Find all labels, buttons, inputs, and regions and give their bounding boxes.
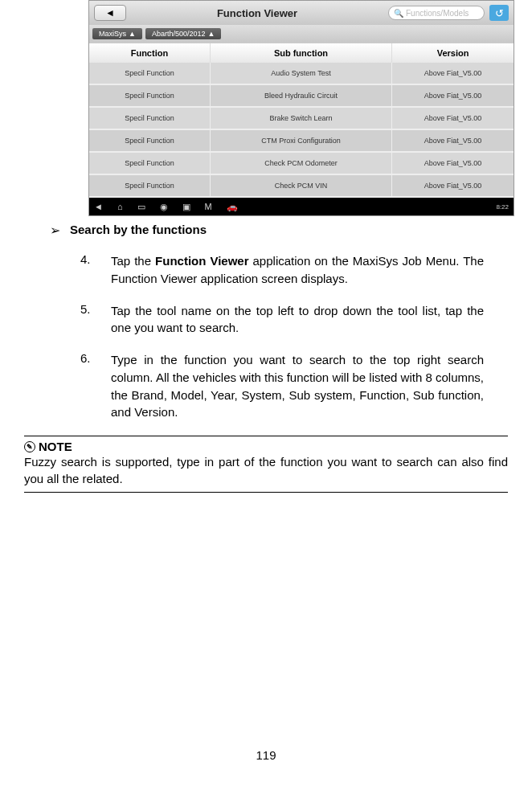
note-text: Fuzzy search is supported, type in part … [24,453,508,487]
cell-subfunction: Check PCM VIN [211,175,392,196]
cell-version: Above Fiat_V5.00 [392,108,514,129]
search-input[interactable]: 🔍 Functions/Models [388,6,485,20]
tab-vehicle[interactable]: Abarth/500/2012 ▲ [145,28,221,39]
nav-back-icon[interactable]: ◄ [94,202,103,211]
tab-tool[interactable]: MaxiSys ▲ [92,28,142,39]
history-icon: ↺ [495,7,504,19]
recent-icon[interactable]: ▭ [137,202,145,212]
page-number: 119 [0,748,532,762]
cell-subfunction: Check PCM Odometer [211,153,392,174]
tab-label: Abarth/500/2012 [152,30,206,38]
list-item: 6. Type in the function you want to sear… [80,351,484,421]
chevron-up-icon: ▲ [129,30,136,38]
step-number: 5. [80,302,96,338]
search-icon: 🔍 [394,9,403,18]
cell-subfunction: Brake Switch Learn [211,108,392,129]
step-text: Type in the function you want to search … [111,351,484,421]
col-function: Function [89,43,211,63]
col-subfunction: Sub function [211,43,392,63]
step-text: Tap the tool name on the top left to dro… [111,302,484,338]
col-version: Version [392,43,514,63]
cell-function: Specil Function [89,108,211,129]
section-heading: ➢ Search by the functions [50,223,508,238]
cell-subfunction: Bleed Hydraulic Circuit [211,85,392,106]
app-header: ◄ Function Viewer 🔍 Functions/Models ↺ [89,1,514,25]
table-row[interactable]: Specil Function Check PCM Odometer Above… [89,153,514,175]
note-icon: ✎ [24,441,35,452]
cell-function: Specil Function [89,85,211,106]
note-box: ✎ NOTE Fuzzy search is supported, type i… [24,436,508,493]
chevron-up-icon: ▲ [208,30,215,38]
table-row[interactable]: Specil Function Bleed Hydraulic Circuit … [89,85,514,108]
table-row[interactable]: Specil Function Audio System Test Above … [89,63,514,85]
status-time: 8:22 [496,203,509,211]
cell-function: Specil Function [89,153,211,174]
step-text: Tap the Function Viewer application on t… [111,252,484,288]
step-number: 6. [80,351,96,421]
browser-icon[interactable]: ◉ [160,202,168,212]
search-placeholder: Functions/Models [406,9,469,18]
step-number: 4. [80,252,96,288]
bullet-arrow-icon: ➢ [50,223,60,238]
list-item: 4. Tap the Function Viewer application o… [80,252,484,288]
instruction-list: 4. Tap the Function Viewer application o… [80,252,484,421]
note-heading: ✎ NOTE [24,440,508,453]
app-footer: ◄ ⌂ ▭ ◉ ▣ M 🚗 8:22 [89,198,514,215]
cell-function: Specil Function [89,175,211,196]
history-button[interactable]: ↺ [489,5,509,21]
back-arrow-icon: ◄ [105,7,115,18]
tab-label: MaxiSys [99,30,126,38]
cell-version: Above Fiat_V5.00 [392,63,514,84]
table-header: Function Sub function Version [89,43,514,63]
cell-function: Specil Function [89,63,211,84]
screenshot-icon[interactable]: ▣ [182,202,190,212]
car-icon[interactable]: 🚗 [227,202,238,212]
table-body: Specil Function Audio System Test Above … [89,63,514,198]
table-row[interactable]: Specil Function Brake Switch Learn Above… [89,108,514,130]
note-label: NOTE [39,440,72,453]
m-icon[interactable]: M [205,202,212,211]
cell-subfunction: Audio System Test [211,63,392,84]
cell-version: Above Fiat_V5.00 [392,153,514,174]
app-title: Function Viewer [131,7,383,19]
back-button[interactable]: ◄ [94,5,126,21]
home-icon[interactable]: ⌂ [117,202,123,211]
section-title: Search by the functions [70,223,207,236]
cell-function: Specil Function [89,130,211,151]
app-screenshot: ◄ Function Viewer 🔍 Functions/Models ↺ M… [88,0,514,216]
table-row[interactable]: Specil Function Check PCM VIN Above Fiat… [89,175,514,198]
cell-version: Above Fiat_V5.00 [392,130,514,151]
cell-version: Above Fiat_V5.00 [392,85,514,106]
breadcrumb-tabs: MaxiSys ▲ Abarth/500/2012 ▲ [89,25,514,43]
cell-version: Above Fiat_V5.00 [392,175,514,196]
table-row[interactable]: Specil Function CTM Proxi Configuration … [89,130,514,153]
list-item: 5. Tap the tool name on the top left to … [80,302,484,338]
cell-subfunction: CTM Proxi Configuration [211,130,392,151]
